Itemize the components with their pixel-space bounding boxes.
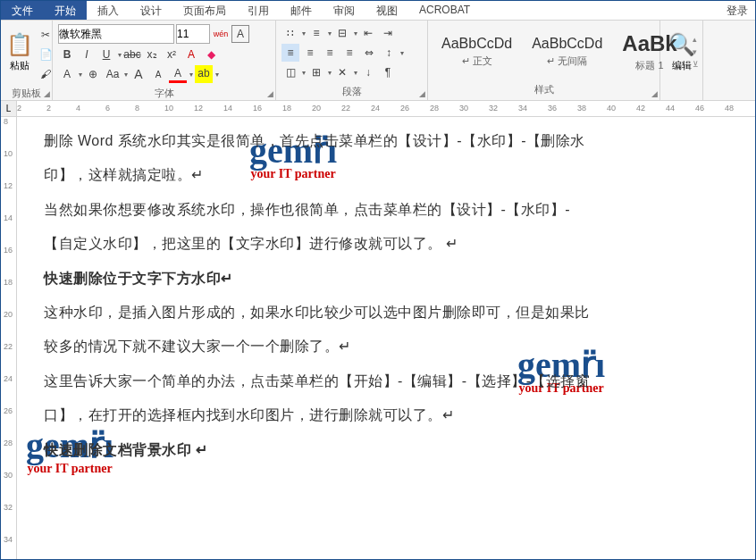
tab-design[interactable]: 设计 (130, 1, 172, 20)
highlight-button[interactable]: ab (195, 65, 213, 83)
align-justify-button[interactable]: ≡ (340, 44, 358, 62)
paragraph[interactable]: 删除 Word 系统水印其实是很简单，首先点击菜单栏的【设计】-【水印】-【删除… (44, 124, 741, 158)
tab-review[interactable]: 审阅 (323, 1, 365, 20)
font-color-button[interactable]: A (169, 65, 187, 83)
tab-view[interactable]: 视图 (365, 1, 408, 20)
document-page[interactable]: gemr̈ı your IT partner gemr̈ı your IT pa… (17, 117, 755, 560)
tab-mailings[interactable]: 邮件 (280, 1, 323, 20)
paragraph[interactable]: 这种水印，是插入图片形成的，如果水印比较少可以选中图片删除即可，但是如果比 (44, 296, 741, 330)
copy-button[interactable]: 📄 (37, 46, 55, 63)
bullets-dropdown-icon[interactable]: ▾ (302, 29, 306, 38)
asian-layout-button[interactable]: ✕ (333, 63, 351, 81)
paragraph-expand-icon[interactable]: ◢ (419, 89, 425, 98)
italic-button[interactable]: I (78, 46, 96, 63)
numbering-button[interactable]: ≡ (307, 24, 325, 42)
group-paragraph: ∷▾ ≡▾ ⊟▾ ⇤ ⇥ ≡ ≡ ≡ ≡ ⇔ ↕▾ ◫▾ ⊞▾ ✕▾ ↓ ¶ (276, 21, 428, 100)
align-right-button[interactable]: ≡ (321, 44, 339, 62)
ruler-tick: 26 (400, 104, 409, 113)
paragraph[interactable]: 较多的情况下就不建议大家一个一个删除了。↵ (44, 330, 741, 364)
show-marks-button[interactable]: ¶ (379, 63, 397, 81)
ruler-tick: 4 (76, 104, 80, 113)
style-up-icon[interactable]: ▴ (693, 35, 699, 44)
bold-button[interactable]: B (58, 46, 76, 63)
ruler-tick: 8 (4, 117, 8, 126)
multilevel-dropdown-icon[interactable]: ▾ (354, 29, 357, 38)
subscript-button[interactable]: x₂ (143, 46, 161, 63)
borders-dropdown-icon[interactable]: ▾ (328, 69, 332, 77)
color-dropdown-icon[interactable]: ▾ (189, 71, 193, 79)
vertical-ruler[interactable]: 810121416182022242628303234 (1, 117, 17, 560)
horizontal-ruler[interactable]: L 22468101214161820222426283032343638404… (1, 101, 755, 117)
underline-button[interactable]: U (97, 46, 115, 63)
tab-acrobat[interactable]: ACROBAT (408, 1, 481, 20)
ruler-tick: 30 (4, 471, 13, 480)
style-down-icon[interactable]: ▾ (693, 47, 699, 56)
ruler-tick: 14 (223, 104, 232, 113)
grow-font-button[interactable]: A (130, 65, 147, 83)
char-shading-button[interactable]: A (58, 65, 76, 83)
decrease-indent-button[interactable]: ⇤ (359, 24, 377, 42)
tab-home[interactable]: 开始 (44, 1, 87, 20)
cut-button[interactable]: ✂ (37, 26, 55, 44)
underline-dropdown-icon[interactable]: ▾ (118, 51, 122, 59)
ruler-tick: 22 (341, 104, 350, 113)
char-border-button[interactable]: A (231, 25, 249, 43)
font-size-select[interactable] (176, 24, 210, 44)
group-clipboard: 📋 粘贴 ✂ 📄 🖌 剪贴板 ◢ (1, 21, 53, 100)
line-spacing-button[interactable]: ↕ (380, 44, 398, 62)
sort-button[interactable]: ↓ (359, 63, 377, 81)
distribute-button[interactable]: ⇔ (360, 44, 378, 62)
shading-dropdown-icon[interactable]: ▾ (79, 71, 82, 79)
paragraph[interactable]: 印】，这样就搞定啦。↵ (44, 158, 741, 192)
bullets-button[interactable]: ∷ (281, 24, 299, 42)
font-name-select[interactable] (58, 24, 174, 44)
ruler-tick: 48 (725, 104, 734, 113)
style-sample: AaBbCcDd (441, 36, 512, 52)
paragraph[interactable]: 当然如果你想要修改系统水印，操作也很简单，点击菜单栏的【设计】-【水印】- (44, 193, 741, 227)
enclose-button[interactable]: ⊕ (84, 65, 102, 83)
paragraph[interactable]: 快速删除文档背景水印 ↵ (44, 433, 741, 467)
shading-button[interactable]: ◫ (281, 63, 299, 81)
tab-layout[interactable]: 页面布局 (172, 1, 237, 20)
strike-button[interactable]: abc (123, 46, 141, 63)
increase-indent-button[interactable]: ⇥ (379, 24, 397, 42)
eraser-icon[interactable]: ◆ (202, 46, 220, 63)
superscript-button[interactable]: x² (163, 46, 181, 63)
paragraph[interactable]: 【自定义水印】，把这里的【文字水印】进行修改就可以了。 ↵ (44, 227, 741, 261)
align-left-button[interactable]: ≡ (281, 44, 299, 62)
tab-insert[interactable]: 插入 (87, 1, 130, 20)
file-tab[interactable]: 文件 (1, 1, 44, 20)
style-more-icon[interactable]: ⊻ (693, 60, 699, 69)
pinyin-button[interactable]: wén (212, 25, 230, 43)
font-expand-icon[interactable]: ◢ (267, 89, 273, 98)
shrink-font-button[interactable]: A (149, 65, 167, 83)
paragraph[interactable]: 口】，在打开的选择框内找到水印图片，进行删除就可以了。↵ (44, 398, 741, 432)
borders-button[interactable]: ⊞ (307, 63, 325, 81)
tab-references[interactable]: 引用 (237, 1, 280, 20)
style-nospacing[interactable]: AaBbCcDd ↵ 无间隔 (524, 31, 610, 72)
align-center-button[interactable]: ≡ (301, 44, 319, 62)
ruler-tick: 34 (518, 104, 527, 113)
style-normal[interactable]: AaBbCcDd ↵ 正文 (433, 31, 520, 72)
case-dropdown-icon[interactable]: ▾ (124, 71, 128, 79)
tab-selector[interactable]: L (1, 101, 17, 117)
case-button[interactable]: Aa (104, 65, 122, 83)
clipboard-expand-icon[interactable]: ◢ (44, 89, 50, 98)
ruler-tick: 10 (164, 104, 173, 113)
asian-dropdown-icon[interactable]: ▾ (354, 69, 357, 77)
format-painter-button[interactable]: 🖌 (37, 65, 55, 83)
numbering-dropdown-icon[interactable]: ▾ (328, 29, 332, 38)
text-effects-button[interactable]: A (182, 46, 200, 63)
highlight-dropdown-icon[interactable]: ▾ (215, 71, 219, 79)
style-heading1[interactable]: AaBk 标题 1 (614, 27, 685, 77)
multilevel-button[interactable]: ⊟ (333, 24, 351, 42)
ruler-tick: 24 (371, 104, 380, 113)
login-link[interactable]: 登录 (719, 1, 755, 20)
paragraph[interactable]: 快速删除位于文字下方水印↵ (44, 262, 741, 296)
ruler-tick: 18 (4, 278, 13, 287)
shading2-dropdown-icon[interactable]: ▾ (302, 69, 306, 77)
paragraph[interactable]: 这里告诉大家一个简单的办法，点击菜单栏的【开始】-【编辑】-【选择】-【选择窗 (44, 364, 741, 398)
spacing-dropdown-icon[interactable]: ▾ (400, 49, 404, 57)
paste-button[interactable]: 📋 粘贴 (6, 22, 33, 81)
styles-expand-icon[interactable]: ◢ (651, 89, 658, 98)
